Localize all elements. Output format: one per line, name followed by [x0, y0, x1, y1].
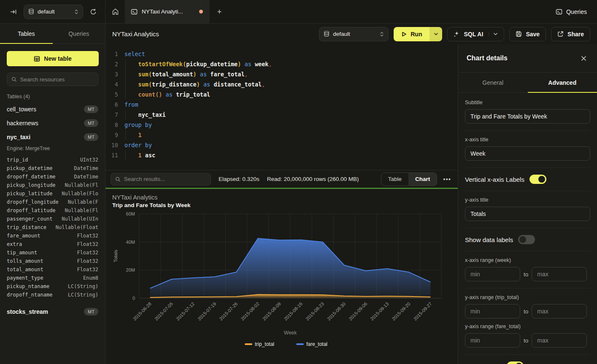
save-button[interactable]: Save: [509, 27, 546, 41]
y-tick-label: 20M: [126, 267, 135, 272]
column-type: Float32: [77, 267, 98, 272]
home-icon: [112, 8, 119, 15]
sidebar-tab-tables[interactable]: Tables: [0, 24, 53, 43]
xaxis-range-max-input[interactable]: [532, 267, 587, 281]
sql-ai-label: SQL AI: [464, 31, 483, 38]
show-legend-row: Show legend: [465, 355, 590, 364]
table-row-cell-towers[interactable]: cell_towers MT: [0, 102, 105, 116]
queries-icon: [556, 8, 562, 15]
sql-ai-button[interactable]: SQL AI: [447, 27, 504, 41]
table-row-stocks-stream[interactable]: stocks_stream MT: [0, 305, 105, 318]
yaxis-range-trip-label: y-axis range (trip_total): [465, 294, 590, 300]
xaxis-title-input[interactable]: [465, 146, 590, 161]
results-more-button[interactable]: •••: [441, 175, 453, 183]
refresh-button[interactable]: [87, 6, 99, 18]
results-search-input[interactable]: [124, 176, 206, 182]
chart-title: NYTaxi Analytics: [112, 194, 458, 201]
yaxis-range-fare-max-input[interactable]: [532, 333, 587, 348]
panel-header: Chart details: [458, 44, 597, 73]
x-tick-label: 2015-07-26: [218, 301, 238, 321]
y-tick-label: 0: [132, 296, 135, 301]
panel-tab-advanced[interactable]: Advanced: [528, 73, 597, 92]
results-search[interactable]: [111, 173, 211, 186]
play-icon: [401, 31, 407, 37]
vertical-xaxis-labels-toggle[interactable]: [529, 175, 546, 184]
sql-editor[interactable]: 1select2 toStartOfWeek(pickup_datetime) …: [105, 44, 458, 170]
view-toggle-table[interactable]: Table: [381, 173, 408, 186]
close-icon[interactable]: [578, 53, 589, 63]
queries-button[interactable]: Queries: [556, 8, 587, 15]
column-type: Nullable(Fl: [65, 208, 98, 213]
show-legend-toggle[interactable]: [507, 361, 524, 364]
show-data-labels-toggle[interactable]: [518, 235, 535, 244]
column-row: payment_typeEnum8: [0, 274, 105, 282]
column-type: LC(String): [68, 283, 98, 289]
code-line: 11 1 asc: [105, 150, 458, 160]
code-line: 1select: [105, 49, 458, 59]
x-axis-title: Week: [284, 330, 297, 336]
new-table-button[interactable]: New table: [7, 51, 99, 66]
column-type: Nullable(UIn: [62, 216, 98, 222]
line-number: 10: [105, 140, 118, 150]
column-row: dropoff_datetimeDateTime: [0, 173, 105, 181]
sidebar-tabs: Tables Queries: [0, 24, 105, 44]
range-to-label: to: [524, 308, 528, 315]
chart-details-panel: Chart details General Advanced Subtitle …: [458, 44, 597, 364]
column-name: dropoff_longitude: [7, 199, 59, 205]
yaxis-title-input[interactable]: [465, 207, 590, 221]
view-toggle: Table Chart: [381, 173, 438, 186]
column-row: passenger_countNullable(UIn: [0, 215, 105, 223]
yaxis-range-trip-min-input[interactable]: [465, 304, 520, 318]
legend-swatch-fare_total[interactable]: [296, 343, 304, 345]
share-button-label: Share: [567, 31, 584, 38]
area-chart[interactable]: 020M40M60M2015-06-282015-07-052015-07-12…: [107, 210, 453, 355]
code-line: 10order by: [105, 140, 458, 150]
panel-tab-general[interactable]: General: [458, 73, 528, 92]
column-type: Float32: [77, 241, 98, 247]
tab-home[interactable]: [105, 0, 125, 23]
column-name: dropoff_datetime: [7, 174, 56, 180]
code-line: 3 sum(total_amount) as fare_total,: [105, 69, 458, 79]
column-row: extraFloat32: [0, 240, 105, 248]
legend-label-fare_total[interactable]: fare_total: [306, 341, 327, 347]
run-button-main[interactable]: Run: [394, 27, 430, 41]
run-button[interactable]: Run: [394, 27, 442, 41]
yaxis-range-fare-min-input[interactable]: [465, 333, 520, 348]
tables-section-label: Tables (4): [7, 94, 98, 100]
subtitle-input[interactable]: [465, 109, 590, 124]
column-type: Nullable(Flo: [62, 191, 98, 197]
collapse-sidebar-button[interactable]: [8, 6, 19, 18]
x-tick-label: 2015-06-28: [132, 301, 152, 321]
code-line: 9 1: [105, 130, 458, 140]
share-icon: [557, 31, 564, 37]
sidebar-tab-queries[interactable]: Queries: [53, 24, 105, 43]
column-name: pickup_longitude: [7, 182, 56, 188]
table-name: hackernews: [7, 120, 38, 127]
sidebar-search-input[interactable]: [20, 76, 94, 83]
query-database-selector[interactable]: default: [319, 27, 389, 41]
run-options-button[interactable]: [430, 27, 442, 41]
legend-swatch-trip_total[interactable]: [245, 343, 252, 345]
legend-label-trip_total[interactable]: trip_total: [255, 341, 274, 347]
line-number: 2: [105, 59, 118, 69]
topbar-left: default: [0, 0, 105, 23]
column-name: payment_type: [7, 275, 43, 281]
results-bar: Elapsed: 0.320s Read: 20,000,000 rows (2…: [105, 170, 458, 188]
tab-label: NYTaxi Analyti...: [142, 8, 195, 15]
table-row-hackernews[interactable]: hackernews MT: [0, 116, 105, 130]
sql-ai-options-button[interactable]: [489, 32, 498, 35]
column-row: pickup_datetimeDateTime: [0, 164, 105, 173]
yaxis-range-trip-max-input[interactable]: [532, 304, 587, 318]
share-button[interactable]: Share: [551, 27, 590, 41]
line-number: 1: [105, 49, 118, 59]
column-row: dropoff_latitudeNullable(Fl: [0, 206, 105, 215]
table-row-nyc-taxi[interactable]: nyc_taxi MT: [0, 130, 105, 144]
new-tab-button[interactable]: +: [209, 0, 230, 23]
x-tick-label: 2015-09-27: [413, 301, 433, 321]
save-icon: [516, 31, 522, 37]
xaxis-range-min-input[interactable]: [465, 267, 520, 281]
sidebar-search[interactable]: [7, 73, 98, 86]
tab-nytaxi-analytics[interactable]: NYTaxi Analyti...: [125, 0, 209, 23]
database-selector[interactable]: default: [24, 5, 83, 19]
view-toggle-chart[interactable]: Chart: [408, 173, 437, 186]
